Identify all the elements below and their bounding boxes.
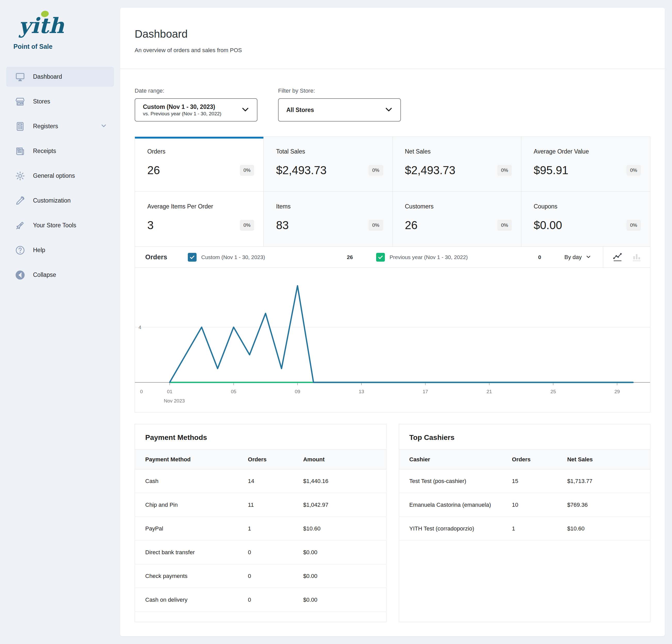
payment-methods-card: Payment Methods Payment MethodOrdersAmou… [135, 424, 386, 622]
top-cashiers-table: CashierOrdersNet Sales Test Test (pos-ca… [399, 450, 650, 540]
stat-tile-net-sales[interactable]: Net Sales$2,493.730% [393, 137, 521, 192]
calculator-icon [15, 121, 25, 132]
cashier-row: Emanuela Castorina (emanuela)10$769.36 [399, 493, 650, 517]
orders-line-chart: 0480105091317212529Nov 2023 [135, 272, 650, 411]
chart-type-toggle [603, 247, 650, 267]
date-range-label: Date range: [135, 87, 257, 94]
sidebar-item-label: Receipts [33, 147, 56, 155]
gear-icon [15, 171, 25, 181]
stat-tile-items[interactable]: Items830% [264, 192, 392, 247]
stat-value: 83 [276, 219, 369, 232]
cashier-row: YITH Test (corradoporzio)1$10.60 [399, 517, 650, 540]
chevron-down-icon [241, 105, 250, 115]
stat-tile-orders[interactable]: Orders260% [135, 137, 264, 192]
table-cell: 0 [248, 540, 303, 564]
stat-tile-coupons[interactable]: Coupons$0.000% [521, 192, 650, 247]
table-cell: $0.00 [303, 588, 386, 612]
stat-label: Average Items Per Order [147, 203, 254, 210]
stat-value: $0.00 [534, 219, 627, 232]
sidebar: yith Point of Sale DashboardStoresRegist… [0, 0, 120, 644]
chart-header: Orders Custom (Nov 1 - 30, 2023) 26 Prev… [135, 247, 650, 268]
page-title: Dashboard [135, 28, 650, 40]
interval-select[interactable]: By day [564, 254, 603, 261]
stat-change-badge: 0% [369, 220, 383, 231]
stat-label: Net Sales [405, 148, 512, 155]
table-cell: 1 [248, 517, 303, 540]
stat-tile-total-sales[interactable]: Total Sales$2,493.730% [264, 137, 392, 192]
chevron-down-icon [100, 122, 107, 131]
table-cell: $0.00 [303, 540, 386, 564]
legend-previous-period: Previous year (Nov 1 - 30, 2022) 0 [376, 253, 564, 262]
monitor-icon [15, 72, 25, 82]
sidebar-item-receipts[interactable]: Receipts [6, 141, 114, 161]
date-range-select[interactable]: Custom (Nov 1 - 30, 2023) vs. Previous y… [135, 98, 257, 121]
bar-chart-icon[interactable] [630, 251, 643, 264]
main-content-card: Dashboard An overview of orders and sale… [120, 8, 665, 636]
logo: yith Point of Sale [6, 9, 120, 50]
stat-label: Items [276, 203, 383, 210]
column-header: Payment Method [135, 450, 248, 469]
sidebar-item-help[interactable]: Help [6, 240, 114, 260]
axis-label: 01 [167, 389, 172, 394]
sidebar-item-customization[interactable]: Customization [6, 191, 114, 211]
store-filter-select[interactable]: All Stores [278, 98, 401, 121]
stat-value: $95.91 [534, 164, 627, 177]
current-period-line [170, 286, 633, 383]
table-cell: Check payments [135, 564, 248, 588]
stat-change-badge: 0% [240, 220, 254, 231]
table-cell: $10.60 [567, 517, 650, 540]
cashier-row: Test Test (pos-cashier)15$1,713.77 [399, 469, 650, 493]
page-subtitle: An overview of orders and sales from POS [135, 47, 650, 53]
stats-grid: Orders260%Total Sales$2,493.730%Net Sale… [135, 137, 650, 247]
sidebar-item-general-options[interactable]: General options [6, 166, 114, 186]
axis-label: 05 [231, 389, 236, 394]
table-cell: $10.60 [303, 517, 386, 540]
table-cell: $1,440.16 [303, 469, 386, 493]
axis-label: 21 [487, 389, 492, 394]
table-cell: 0 [248, 564, 303, 588]
table-cell: Cash [135, 469, 248, 493]
page-header: Dashboard An overview of orders and sale… [120, 8, 665, 69]
stat-value: 26 [405, 219, 497, 232]
top-cashiers-title: Top Cashiers [399, 424, 650, 450]
payment-method-row: PayPal1$10.60 [135, 517, 386, 540]
table-cell: Test Test (pos-cashier) [399, 469, 512, 493]
payment-method-row: Check payments0$0.00 [135, 564, 386, 588]
axis-label: 0 [140, 389, 143, 394]
stat-tile-customers[interactable]: Customers260% [393, 192, 521, 247]
line-chart-icon[interactable] [611, 251, 624, 264]
sidebar-item-collapse[interactable]: Collapse [6, 265, 114, 285]
store-filter-label: Filter by Store: [278, 87, 401, 94]
stat-value: 26 [147, 164, 240, 177]
help-icon [15, 245, 25, 255]
stat-change-badge: 0% [497, 165, 512, 176]
yith-logo-icon: yith [13, 9, 91, 40]
sidebar-item-registers[interactable]: Registers [6, 116, 114, 136]
stat-tile-average-order-value[interactable]: Average Order Value$95.910% [521, 137, 650, 192]
axis-label: 13 [359, 389, 364, 394]
current-period-checkbox[interactable] [188, 253, 196, 262]
stat-value: $2,493.73 [405, 164, 497, 177]
previous-period-checkbox[interactable] [376, 253, 385, 262]
payment-method-row: Direct bank transfer0$0.00 [135, 540, 386, 564]
table-cell: Emanuela Castorina (emanuela) [399, 493, 512, 517]
axis-label: 4 [139, 325, 141, 330]
sidebar-item-dashboard[interactable]: Dashboard [6, 67, 114, 87]
payment-method-row: Chip and Pin11$1,042.97 [135, 493, 386, 517]
stat-label: Average Order Value [534, 148, 641, 155]
axis-label: Nov 2023 [164, 398, 185, 404]
sidebar-item-your-store-tools[interactable]: Your Store Tools [6, 215, 114, 235]
date-range-compare: vs. Previous year (Nov 1 - 30, 2022) [143, 111, 241, 117]
stat-tile-average-items-per-order[interactable]: Average Items Per Order30% [135, 192, 264, 247]
stat-change-badge: 0% [369, 165, 383, 176]
table-cell: 11 [248, 493, 303, 517]
previous-period-label: Previous year (Nov 1 - 30, 2022) [389, 254, 468, 260]
sidebar-item-label: Help [33, 247, 45, 254]
stat-label: Orders [147, 148, 254, 155]
sidebar-item-label: Dashboard [33, 73, 62, 80]
chevron-down-icon [384, 105, 393, 115]
sidebar-item-stores[interactable]: Stores [6, 92, 114, 111]
axis-label: 17 [422, 389, 428, 394]
store-filter-value: All Stores [286, 106, 384, 114]
axis-label: 25 [551, 389, 556, 394]
